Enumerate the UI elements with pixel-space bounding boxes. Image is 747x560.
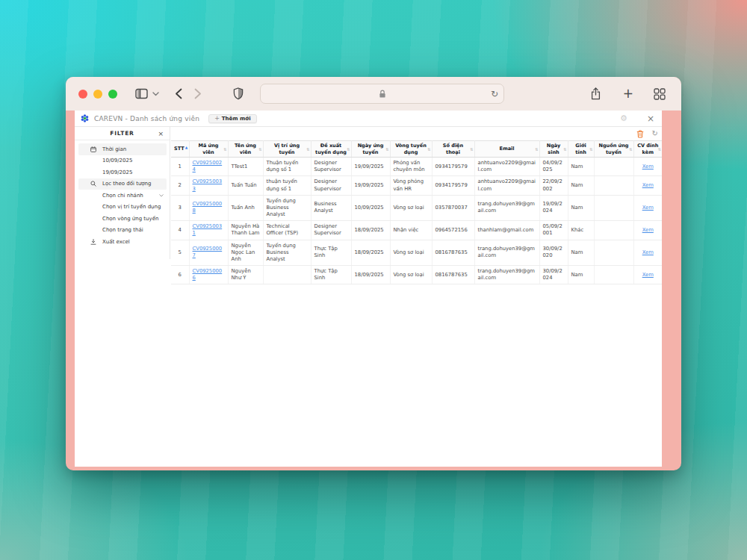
trash-icon[interactable] <box>636 130 644 138</box>
address-bar[interactable]: ↻ <box>260 84 504 104</box>
col-header-apply-date[interactable]: Ngày ứng tuyển⇅ <box>351 141 390 158</box>
cell-dob: 05/09/2001 <box>539 221 568 240</box>
table-row: 4CV09250031Nguyễn Hà Thanh LamTechnical … <box>171 221 662 240</box>
col-header-label: Nguồn ứng tuyển <box>599 143 629 155</box>
cell-code: CV09250006 <box>189 266 228 284</box>
candidate-code-link[interactable]: CV09250008 <box>193 201 223 214</box>
reload-icon[interactable]: ↻ <box>491 90 498 99</box>
cell-proposal: Designer Supervisor <box>311 176 351 195</box>
cell-source <box>594 221 633 240</box>
candidate-code-link[interactable]: CV09250031 <box>193 223 223 236</box>
col-header-name[interactable]: Tên ứng viên⇅ <box>228 141 263 158</box>
cell-name: Nguyễn Hà Thanh Lam <box>228 221 263 240</box>
cell-gender: Nam <box>568 266 594 284</box>
col-header-proposal[interactable]: Đề xuất tuyển dụng⇅ <box>311 141 351 158</box>
cell-source <box>594 266 633 284</box>
candidate-code-link[interactable]: CV09250007 <box>193 246 223 258</box>
refresh-icon[interactable]: ↻ <box>652 130 658 137</box>
share-icon[interactable] <box>590 87 601 100</box>
traffic-lights <box>78 90 117 99</box>
gear-icon[interactable]: ⚙ <box>620 114 627 122</box>
sort-icon: ⇅ <box>470 146 473 152</box>
sort-icon: ⇅ <box>223 146 226 152</box>
filter-panel: FILTER × Thời gian 10/09/2025 <box>75 127 170 259</box>
lock-icon <box>379 90 386 99</box>
date-to-field[interactable]: 19/09/2025 <box>75 167 170 178</box>
cv-view-link[interactable]: Xem <box>642 205 654 211</box>
cell-stt: 2 <box>171 176 189 195</box>
col-header-position[interactable]: Vị trí ứng tuyển⇅ <box>263 141 311 158</box>
col-header-gender[interactable]: Giới tính⇅ <box>568 141 594 158</box>
cell-email: trang.dohuyen39@gmail.com <box>474 266 539 284</box>
date-from-field[interactable]: 10/09/2025 <box>75 155 170 167</box>
table-row: 3CV09250008Tuấn AnhTuyển dụng Business A… <box>171 195 662 221</box>
new-tab-button[interactable]: + <box>623 87 633 100</box>
status-select[interactable]: Chọn trạng thái <box>75 225 170 237</box>
filter-close-icon[interactable]: × <box>158 130 164 137</box>
cell-round: Vòng phỏng vấn HR <box>390 176 432 195</box>
add-new-button[interactable]: + Thêm mới <box>208 114 256 123</box>
sidebar-toggle-icon[interactable] <box>135 88 148 99</box>
cell-source <box>594 195 633 221</box>
cell-code: CV09250008 <box>189 195 228 221</box>
candidate-code-link[interactable]: CV09250033 <box>193 178 223 191</box>
cell-cv: Xem <box>633 240 662 266</box>
cv-view-link[interactable]: Xem <box>642 164 654 169</box>
cell-proposal: Thực Tập Sinh <box>311 240 351 266</box>
toolbar-right-cluster: + <box>590 87 666 100</box>
branch-select[interactable]: Chọn chi nhánh <box>75 190 170 202</box>
cell-phone: 0816787635 <box>432 266 474 284</box>
candidate-code-link[interactable]: CV09250024 <box>193 160 223 172</box>
export-excel-button[interactable]: Xuất excel <box>75 236 170 248</box>
cell-email: thanhlam@gmail.com <box>474 221 539 240</box>
table-row: 2CV09250033Tuấn Tuấnthuận tuyển dụng số … <box>171 176 662 195</box>
cv-view-link[interactable]: Xem <box>642 249 654 255</box>
col-header-source[interactable]: Nguồn ứng tuyển⇅ <box>594 141 633 158</box>
chevron-down-icon[interactable] <box>152 92 159 96</box>
col-header-dob[interactable]: Ngày sinh⇅ <box>539 141 568 158</box>
cell-round: Vòng sơ loại <box>390 240 432 266</box>
col-header-phone[interactable]: Số điện thoại⇅ <box>432 141 474 158</box>
sort-icon: ⇅ <box>589 146 592 152</box>
cell-apply_date: 19/09/2025 <box>351 158 390 176</box>
round-select[interactable]: Chọn vòng ứng tuyển <box>75 213 170 225</box>
minimize-window-button[interactable] <box>93 90 102 99</box>
col-header-round[interactable]: Vòng tuyển dụng⇅ <box>390 141 432 158</box>
cell-code: CV09250031 <box>189 221 228 240</box>
cell-proposal: Thực Tập Sinh <box>311 266 351 284</box>
round-select-label: Chọn vòng ứng tuyển <box>75 216 158 222</box>
close-window-button[interactable] <box>78 90 87 99</box>
export-excel-label: Xuất excel <box>75 239 130 245</box>
cell-gender: Nam <box>568 176 594 195</box>
desktop-background: ↻ + CAREVN - Danh sách ứng viên + <box>0 0 747 560</box>
cv-view-link[interactable]: Xem <box>642 272 654 278</box>
tab-overview-icon[interactable] <box>654 88 666 100</box>
col-header-label: STT <box>174 146 185 152</box>
candidates-table: STT▲ Mã ứng viên⇅ Tên ứng viên⇅ Vị trí ứ… <box>171 140 662 284</box>
app-close-icon[interactable]: × <box>647 114 654 123</box>
sort-icon: ⇅ <box>535 146 538 152</box>
candidate-code-link[interactable]: CV09250006 <box>193 268 223 281</box>
col-header-email[interactable]: Email⇅ <box>474 141 539 158</box>
zoom-window-button[interactable] <box>108 90 117 99</box>
col-header-label: Email <box>499 146 514 152</box>
privacy-shield-icon[interactable] <box>233 87 244 100</box>
cv-view-link[interactable]: Xem <box>642 182 654 188</box>
cv-view-link[interactable]: Xem <box>642 227 654 233</box>
forward-button[interactable] <box>194 88 202 99</box>
position-select[interactable]: Chọn vị trí tuyển dụng <box>75 202 170 214</box>
cell-code: CV09250033 <box>189 176 228 195</box>
cell-source <box>594 158 633 176</box>
col-header-cv[interactable]: CV đính kèm⇅ <box>633 141 662 158</box>
cell-position: thuận tuyển dụng số 1 <box>263 176 311 195</box>
col-header-label: Tên ứng viên <box>235 143 256 155</box>
cell-phone: 0816787635 <box>432 240 474 266</box>
col-header-stt[interactable]: STT▲ <box>171 141 189 158</box>
col-header-code[interactable]: Mã ứng viên⇅ <box>189 141 228 158</box>
table-zone: ↻ STT▲ Mã ứng viên⇅ Tên ứng viên⇅ Vị trí… <box>171 127 662 284</box>
back-button[interactable] <box>175 88 182 99</box>
app-header: CAREVN - Danh sách ứng viên + Thêm mới ⚙… <box>75 111 662 127</box>
cell-email: trang.dohuyen39@gmail.com <box>474 240 539 266</box>
table-toolbar: ↻ <box>171 127 662 140</box>
filter-title: FILTER <box>110 130 134 137</box>
